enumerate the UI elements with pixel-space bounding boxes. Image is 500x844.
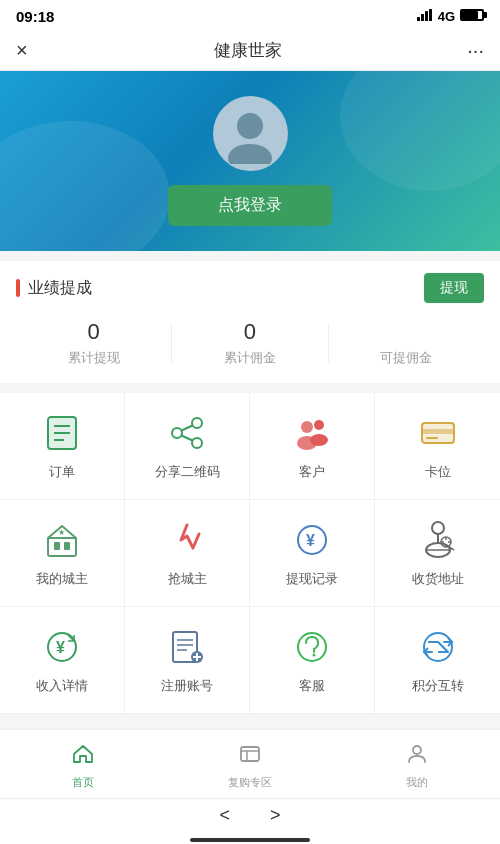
address-icon	[416, 518, 460, 562]
share-icon	[165, 411, 209, 455]
mine-icon	[405, 742, 429, 772]
customer-label: 客户	[299, 463, 325, 481]
transfer-icon	[416, 625, 460, 669]
svg-point-19	[310, 434, 328, 446]
avatar	[213, 96, 288, 171]
svg-point-5	[228, 144, 272, 164]
stat-cumulative-withdraw: 0 累计提现	[16, 319, 171, 367]
section-title: 业绩提成	[28, 278, 92, 299]
time: 09:18	[16, 8, 54, 25]
home-label: 首页	[72, 775, 94, 790]
svg-point-31	[432, 522, 444, 534]
city-icon: ★	[40, 518, 84, 562]
grid-item-order[interactable]: 订单	[0, 393, 125, 500]
back-button[interactable]: <	[219, 805, 230, 826]
stats-row: 0 累计提现 0 累计佣金 可提佣金	[0, 311, 500, 383]
svg-point-11	[192, 418, 202, 428]
svg-point-12	[172, 428, 182, 438]
withdraw-button[interactable]: 提现	[424, 273, 484, 303]
nav-bar: × 健康世家 ···	[0, 31, 500, 71]
status-bar: 09:18 4G	[0, 0, 500, 31]
withdraw-record-label: 提现记录	[286, 570, 338, 588]
grid-item-customer[interactable]: 客户	[250, 393, 375, 500]
section-header: 业绩提成 提现	[0, 261, 500, 311]
svg-line-14	[182, 426, 193, 431]
svg-point-16	[301, 421, 313, 433]
customer-icon	[290, 411, 334, 455]
grid-item-card[interactable]: 卡位	[375, 393, 500, 500]
status-icons: 4G	[417, 9, 484, 24]
section-indicator	[16, 279, 20, 297]
nav-title: 健康世家	[214, 39, 282, 62]
nav-item-repurchase[interactable]: 复购专区	[167, 738, 334, 794]
grid-item-withdraw-record[interactable]: ¥ 提现记录	[250, 500, 375, 607]
address-label: 收货地址	[412, 570, 464, 588]
close-button[interactable]: ×	[16, 39, 28, 62]
order-label: 订单	[49, 463, 75, 481]
grid-item-register[interactable]: 注册账号	[125, 607, 250, 714]
performance-section: 业绩提成 提现 0 累计提现 0 累计佣金 可提佣金	[0, 261, 500, 383]
svg-point-53	[424, 633, 452, 661]
card-label: 卡位	[425, 463, 451, 481]
grid-menu: 订单 分享二维码 客户	[0, 393, 500, 714]
nav-item-home[interactable]: 首页	[0, 738, 167, 794]
grid-item-income[interactable]: ¥ 收入详情	[0, 607, 125, 714]
my-city-label: 我的城主	[36, 570, 88, 588]
svg-point-57	[413, 746, 421, 754]
battery-icon	[460, 9, 484, 24]
svg-rect-26	[64, 542, 70, 550]
svg-rect-3	[429, 9, 432, 21]
svg-rect-23	[426, 437, 438, 439]
home-bar	[190, 838, 310, 842]
nav-item-mine[interactable]: 我的	[333, 738, 500, 794]
network-label: 4G	[438, 9, 455, 24]
svg-rect-22	[422, 429, 454, 434]
svg-rect-1	[421, 14, 424, 21]
grid-item-transfer[interactable]: 积分互转	[375, 607, 500, 714]
svg-rect-54	[241, 747, 259, 761]
repurchase-label: 复购专区	[228, 775, 272, 790]
svg-text:¥: ¥	[56, 639, 65, 656]
header-banner: 点我登录	[0, 71, 500, 251]
register-icon	[165, 625, 209, 669]
svg-point-4	[237, 113, 263, 139]
svg-rect-0	[417, 17, 420, 21]
income-label: 收入详情	[36, 677, 88, 695]
section-title-wrap: 业绩提成	[16, 278, 92, 299]
more-button[interactable]: ···	[467, 39, 484, 62]
card-icon	[416, 411, 460, 455]
grid-item-grab-city[interactable]: 抢城主	[125, 500, 250, 607]
stat-available-commission: 可提佣金	[329, 319, 484, 367]
grid-item-my-city[interactable]: ★ 我的城主	[0, 500, 125, 607]
bottom-nav: 首页 复购专区 我的 < >	[0, 729, 500, 844]
svg-text:★: ★	[58, 528, 65, 537]
order-icon	[40, 411, 84, 455]
bottom-nav-items: 首页 复购专区 我的	[0, 730, 500, 798]
grab-icon	[165, 518, 209, 562]
grid-item-address[interactable]: 收货地址	[375, 500, 500, 607]
forward-button[interactable]: >	[270, 805, 281, 826]
share-qr-label: 分享二维码	[155, 463, 220, 481]
svg-text:¥: ¥	[306, 532, 315, 549]
grab-city-label: 抢城主	[168, 570, 207, 588]
grid-item-service[interactable]: 客服	[250, 607, 375, 714]
stat-cumulative-commission: 0 累计佣金	[172, 319, 327, 367]
service-icon	[290, 625, 334, 669]
repurchase-icon	[238, 742, 262, 772]
income-icon: ¥	[40, 625, 84, 669]
svg-point-18	[314, 420, 324, 430]
service-label: 客服	[299, 677, 325, 695]
register-label: 注册账号	[161, 677, 213, 695]
svg-rect-2	[425, 11, 428, 21]
svg-point-13	[192, 438, 202, 448]
home-icon	[71, 742, 95, 772]
withdraw-icon: ¥	[290, 518, 334, 562]
svg-line-15	[182, 436, 193, 441]
signal-icon	[417, 9, 433, 24]
svg-point-52	[313, 654, 316, 657]
grid-item-share-qr[interactable]: 分享二维码	[125, 393, 250, 500]
svg-rect-25	[54, 542, 60, 550]
mine-label: 我的	[406, 775, 428, 790]
login-button[interactable]: 点我登录	[168, 185, 332, 226]
nav-arrows: < >	[0, 798, 500, 834]
